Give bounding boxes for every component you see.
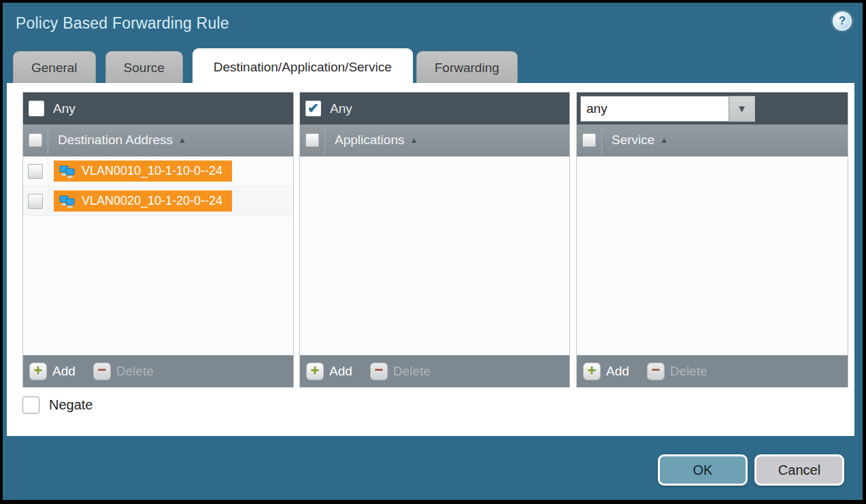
service-dropdown-button[interactable]: ▼ <box>729 96 755 122</box>
service-header-label: Service <box>612 133 654 148</box>
row-checkbox[interactable] <box>28 194 43 209</box>
applications-add-button[interactable]: + Add <box>306 363 352 380</box>
sort-asc-icon[interactable]: ▲ <box>660 135 668 145</box>
destination-any-checkbox[interactable] <box>29 101 44 116</box>
row-checkbox-cell <box>23 186 48 216</box>
destination-header-label: Destination Address <box>58 133 173 148</box>
help-button[interactable]: ? <box>833 12 852 31</box>
tab-source[interactable]: Source <box>105 51 183 84</box>
destination-select-all-cell <box>23 124 48 156</box>
list-item[interactable]: VLAN0010_10-1-10-0--24 <box>23 156 293 186</box>
service-dropdown-bar: ▼ <box>577 93 848 124</box>
help-icon: ? <box>839 14 846 28</box>
tab-content: Any Destination Address ▲ <box>7 83 854 436</box>
destination-column-header[interactable]: Destination Address ▲ <box>23 124 293 156</box>
service-select-all-cell <box>577 124 602 156</box>
add-icon: + <box>306 363 324 380</box>
add-icon: + <box>29 363 47 380</box>
network-address-icon <box>59 195 76 208</box>
destination-footer: + Add − Delete <box>23 355 293 387</box>
address-object-label: VLAN0020_10-1-20-0--24 <box>82 194 222 208</box>
sort-asc-icon[interactable]: ▲ <box>178 135 186 145</box>
delete-button-label: Delete <box>393 364 431 379</box>
ok-button[interactable]: OK <box>658 454 748 486</box>
list-item[interactable]: VLAN0020_10-1-20-0--24 <box>23 186 293 216</box>
row-checkbox[interactable] <box>28 164 43 179</box>
delete-icon: − <box>370 363 388 380</box>
destination-list: VLAN0010_10-1-10-0--24 <box>23 156 293 355</box>
policy-forwarding-dialog: Policy Based Forwarding Rule ? General S… <box>3 3 863 500</box>
delete-icon: − <box>647 363 665 380</box>
address-object-chip[interactable]: VLAN0010_10-1-10-0--24 <box>54 161 232 182</box>
add-button-label: Add <box>329 364 352 379</box>
applications-list <box>300 156 569 355</box>
cancel-button[interactable]: Cancel <box>754 454 844 486</box>
address-object-label: VLAN0010_10-1-10-0--24 <box>82 164 222 178</box>
applications-select-all-checkbox[interactable] <box>305 133 319 147</box>
applications-delete-button[interactable]: − Delete <box>370 363 431 380</box>
add-icon: + <box>583 363 601 380</box>
destination-select-all-checkbox[interactable] <box>29 133 42 147</box>
applications-header-label: Applications <box>335 133 404 148</box>
service-add-button[interactable]: + Add <box>583 363 629 380</box>
service-list <box>577 156 848 355</box>
service-select-all-checkbox[interactable] <box>582 133 596 147</box>
checkmark-icon: ✔ <box>307 101 319 115</box>
add-button-label: Add <box>52 364 76 379</box>
destination-any-bar: Any <box>23 93 293 124</box>
service-delete-button[interactable]: − Delete <box>647 363 707 380</box>
network-address-icon <box>59 165 76 178</box>
dialog-title: Policy Based Forwarding Rule <box>16 14 229 33</box>
tab-destination-application-service[interactable]: Destination/Application/Service <box>193 48 413 84</box>
sort-asc-icon[interactable]: ▲ <box>410 135 418 145</box>
destination-address-panel: Any Destination Address ▲ <box>22 92 294 388</box>
negate-label: Negate <box>49 397 93 413</box>
dialog-frame: Policy Based Forwarding Rule ? General S… <box>0 0 866 504</box>
service-dropdown-input[interactable] <box>580 96 729 122</box>
chevron-down-icon: ▼ <box>737 103 747 114</box>
applications-any-bar: ✔ Any <box>300 93 569 124</box>
delete-button-label: Delete <box>670 364 707 379</box>
delete-icon: − <box>93 363 111 380</box>
negate-option[interactable]: Negate <box>22 397 93 414</box>
address-object-chip[interactable]: VLAN0020_10-1-20-0--24 <box>54 190 232 212</box>
negate-checkbox[interactable] <box>22 397 39 414</box>
row-checkbox-cell <box>23 156 48 186</box>
destination-add-button[interactable]: + Add <box>29 363 76 380</box>
service-panel: ▼ Service ▲ + Add <box>576 92 848 388</box>
applications-footer: + Add − Delete <box>300 355 569 387</box>
applications-any-checkbox[interactable]: ✔ <box>305 101 321 116</box>
applications-column-header[interactable]: Applications ▲ <box>300 124 569 156</box>
destination-any-label: Any <box>53 101 76 116</box>
service-footer: + Add − Delete <box>577 355 848 387</box>
delete-button-label: Delete <box>116 364 154 379</box>
service-column-header[interactable]: Service ▲ <box>577 124 848 156</box>
tab-general[interactable]: General <box>13 51 96 84</box>
tab-bar: General Source Destination/Application/S… <box>10 45 518 84</box>
applications-panel: ✔ Any Applications ▲ + Add <box>299 92 570 388</box>
service-dropdown: ▼ <box>580 96 755 122</box>
applications-any-label: Any <box>330 101 352 116</box>
applications-select-all-cell <box>300 124 325 156</box>
add-button-label: Add <box>606 364 629 379</box>
tab-forwarding[interactable]: Forwarding <box>416 51 518 84</box>
destination-delete-button[interactable]: − Delete <box>93 363 154 380</box>
